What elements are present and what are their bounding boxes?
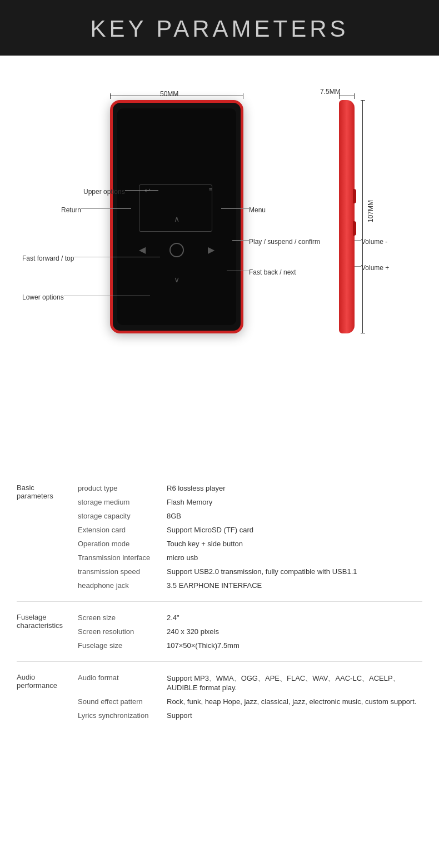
param-val: 240 x 320 pixels: [167, 627, 422, 636]
table-row: Fuselage size 107×50×(Thick)7.5mm: [78, 638, 422, 652]
table-row: Transmission interface micro usb: [78, 551, 422, 565]
basic-parameters-label: Basic parameters: [17, 481, 78, 592]
volume-minus-button: [353, 189, 356, 203]
param-val: Touch key + side button: [167, 540, 422, 548]
param-val: micro usb: [167, 553, 422, 562]
param-val: Rock, funk, heap Hope, jazz, classical, …: [167, 697, 422, 706]
phone-screen: ◀ ▶ ∧ ∨ ↩ ≡: [117, 108, 236, 325]
param-key: product type: [78, 484, 167, 492]
diagram-section: 50MM 7.5MM 107MM ◀ ▶ ∧: [0, 56, 439, 456]
basic-parameters-rows: product type R6 lossless player storage …: [78, 481, 422, 592]
phone-front-view: ◀ ▶ ∧ ∨ ↩ ≡: [110, 100, 243, 333]
param-key: Transmission interface: [78, 553, 167, 562]
param-key: Extension card: [78, 526, 167, 534]
page-header: KEY PARAMETERS: [0, 0, 439, 56]
dimension-50mm-label: 50MM: [160, 90, 178, 98]
table-row: transmission speed Support USB2.0 transm…: [78, 565, 422, 578]
basic-parameters-group: Basic parameters product type R6 lossles…: [17, 472, 422, 602]
audio-performance-group: Audio performance Audio format Support M…: [17, 662, 422, 731]
param-val: Support: [167, 711, 422, 720]
param-val: 3.5 EARPHONE INTERFACE: [167, 581, 422, 590]
fuselage-characteristics-group: Fuselage characteristics Screen size 2.4…: [17, 602, 422, 662]
param-val: Support MP3、WMA、OGG、APE、FLAC、WAV、AAC-LC、…: [167, 674, 422, 692]
fuselage-characteristics-label: Fuselage characteristics: [17, 611, 78, 652]
dimension-107mm-line: [362, 100, 363, 333]
param-key: Operation mode: [78, 540, 167, 548]
volume-plus-label: Volume +: [361, 262, 389, 272]
param-key: Screen size: [78, 613, 167, 622]
param-val: Flash Memory: [167, 498, 422, 506]
param-key: Screen resolution: [78, 627, 167, 636]
param-val: 2.4": [167, 613, 422, 622]
table-row: Extension card Support MicroSD (TF) card: [78, 523, 422, 537]
table-row: Screen size 2.4": [78, 611, 422, 625]
table-row: storage capacity 8GB: [78, 509, 422, 523]
param-val: Support MicroSD (TF) card: [167, 526, 422, 534]
param-key: Audio format: [78, 674, 167, 692]
menu-label: Menu: [249, 204, 266, 214]
param-val: Support USB2.0 transmission, fully compa…: [167, 567, 422, 576]
table-row: product type R6 lossless player: [78, 481, 422, 495]
device-diagram: 50MM 7.5MM 107MM ◀ ▶ ∧: [11, 78, 428, 422]
play-suspend-label: Play / suspend / confirm: [249, 236, 320, 247]
phone-body: ◀ ▶ ∧ ∨ ↩ ≡: [110, 100, 243, 333]
dimension-107mm-label: 107MM: [367, 200, 375, 222]
phone-side-view: [339, 100, 355, 333]
table-row: Operation mode Touch key + side button: [78, 537, 422, 551]
param-key: Lyrics synchronization: [78, 711, 167, 720]
table-row: headphone jack 3.5 EARPHONE INTERFACE: [78, 578, 422, 592]
table-row: Lyrics synchronization Support: [78, 709, 422, 722]
table-row: Screen resolution 240 x 320 pixels: [78, 625, 422, 638]
page-title: KEY PARAMETERS: [0, 16, 439, 42]
param-val: 8GB: [167, 512, 422, 520]
volume-plus-button: [353, 221, 356, 236]
table-row: storage medium Flash Memory: [78, 495, 422, 509]
audio-rows: Audio format Support MP3、WMA、OGG、APE、FLA…: [78, 671, 422, 722]
fast-back-label: Fast back / next: [249, 267, 296, 277]
volume-minus-label: Volume -: [361, 236, 387, 246]
param-key: storage capacity: [78, 512, 167, 520]
param-key: Sound effect pattern: [78, 697, 167, 706]
param-key: transmission speed: [78, 567, 167, 576]
table-row: Sound effect pattern Rock, funk, heap Ho…: [78, 695, 422, 709]
fast-forward-label: Fast forward / top: [22, 253, 74, 263]
dimension-75mm-line: [339, 96, 355, 96]
param-key: headphone jack: [78, 581, 167, 590]
table-row: Audio format Support MP3、WMA、OGG、APE、FLA…: [78, 671, 422, 695]
lower-options-label: Lower options: [22, 292, 64, 302]
param-key: storage medium: [78, 498, 167, 506]
fuselage-rows: Screen size 2.4" Screen resolution 240 x…: [78, 611, 422, 652]
upper-options-label: Upper options: [83, 186, 125, 196]
parameters-section: Basic parameters product type R6 lossles…: [0, 456, 439, 731]
param-val: R6 lossless player: [167, 484, 422, 492]
dimension-75mm-label: 7.5MM: [320, 88, 341, 96]
return-label: Return: [61, 204, 81, 214]
param-val: 107×50×(Thick)7.5mm: [167, 641, 422, 650]
phone-side-body: [339, 100, 355, 333]
audio-performance-label: Audio performance: [17, 671, 78, 722]
param-key: Fuselage size: [78, 641, 167, 650]
